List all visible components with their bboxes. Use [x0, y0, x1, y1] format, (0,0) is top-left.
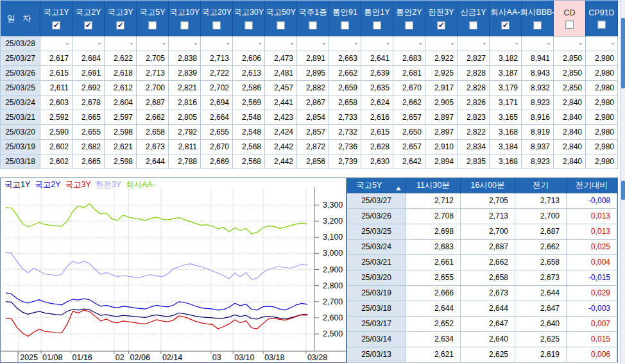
column-header-CD[interactable]: CD — [554, 1, 586, 37]
detail-column-header-1[interactable]: 국고5Y — [347, 178, 406, 194]
column-header-국고20Y[interactable]: 국고20Y — [201, 1, 233, 37]
column-header-통안1Y[interactable]: 통안1Y — [361, 1, 393, 37]
column-checkbox[interactable]: ✔ — [501, 21, 509, 29]
detail-table-row[interactable]: 25/03/172,6522,6472,6400,007 — [347, 317, 617, 332]
detail-column-header-2[interactable]: 11시30분 — [406, 178, 461, 194]
yield-value: 2,816 — [169, 95, 201, 110]
table-row[interactable]: 25/03/212,5922,6652,5972,6622,8052,6642,… — [1, 110, 618, 125]
detail-table-row[interactable]: 25/03/192,6662,6732,6440,029 — [347, 286, 617, 301]
column-header-산금1Y[interactable]: 산금1Y — [458, 1, 490, 37]
column-header-회사BBB-[interactable]: 회사BBB- — [522, 1, 554, 37]
detail-row-date: 25/03/26 — [347, 209, 406, 224]
column-checkbox[interactable] — [533, 21, 542, 29]
table-row[interactable]: 25/03/262,6152,6912,6182,7132,8392,7222,… — [1, 66, 618, 81]
yield-value: 2,839 — [169, 66, 201, 81]
detail-table-row[interactable]: 25/03/242,6832,6872,6620,025 — [347, 240, 617, 255]
yield-value: 2,682 — [73, 140, 105, 154]
yield-value: 3,168 — [490, 154, 522, 169]
column-checkbox[interactable] — [309, 21, 317, 29]
column-header-국고2Y[interactable]: 국고2Y✔ — [73, 1, 105, 37]
column-header-label: 국고5Y — [139, 7, 165, 18]
yield-value: 2,678 — [73, 95, 105, 110]
scrollbar-thumb[interactable] — [621, 18, 625, 88]
detail-column-header-5[interactable]: 전기대비 — [567, 178, 617, 194]
yield-value: 8,923 — [522, 154, 554, 169]
column-checkbox[interactable] — [373, 21, 381, 29]
yield-value: 2,663 — [329, 51, 361, 66]
yield-value: 2,586 — [233, 81, 265, 95]
sort-ascending-icon — [396, 186, 401, 190]
column-checkbox[interactable] — [405, 21, 413, 29]
column-checkbox[interactable]: ✔ — [52, 21, 60, 29]
value-prev: 2,619 — [515, 347, 567, 363]
yield-value: 2,905 — [425, 95, 458, 110]
scrollbar-thumb[interactable] — [621, 181, 625, 200]
column-checkbox[interactable] — [341, 21, 349, 29]
detail-table-row[interactable]: 25/03/212,6612,6622,6580,004 — [347, 255, 617, 270]
detail-table-row[interactable]: 25/03/202,6552,6582,673-0,015 — [347, 270, 617, 286]
value-1130: 2,634 — [406, 332, 461, 347]
detail-row-date: 25/03/21 — [347, 255, 406, 270]
detail-row-date: 25/03/19 — [347, 286, 406, 301]
column-checkbox[interactable] — [277, 21, 285, 29]
column-header-한전3Y[interactable]: 한전3Y✔ — [425, 1, 458, 37]
row-date: 25/03/21 — [1, 110, 40, 125]
column-header-국고1Y[interactable]: 국고1Y✔ — [40, 1, 73, 37]
column-checkbox[interactable] — [565, 21, 574, 29]
detail-table-row[interactable]: 25/03/132,6212,6252,6190,006 — [347, 347, 617, 363]
yield-value: 2,788 — [169, 154, 201, 169]
daily-yields-table: 일 자국고1Y✔국고2Y✔국고3Y✔국고5Y국고10Y국고20Y국고30Y국고5… — [0, 0, 618, 169]
column-header-통안2Y[interactable]: 통안2Y — [393, 1, 425, 37]
column-header-label: 통안1Y — [364, 7, 390, 18]
value-diff: 0,007 — [567, 317, 617, 332]
column-header-국고3Y[interactable]: 국고3Y✔ — [105, 1, 137, 37]
detail-table-row[interactable]: 25/03/262,7082,7132,7000,013 — [347, 209, 617, 224]
yield-value: - — [105, 37, 137, 51]
column-checkbox[interactable] — [597, 21, 606, 29]
column-header-CP91D[interactable]: CP91D — [586, 1, 618, 37]
detail-column-header-3[interactable]: 16시00분 — [461, 178, 515, 194]
table-row[interactable]: 25/03/192,6022,6822,6212,6732,8112,6702,… — [1, 140, 618, 154]
table-row[interactable]: 25/03/202,5902,6552,5982,6582,7922,6552,… — [1, 125, 618, 140]
detail-table-row[interactable]: 25/03/182,6442,6442,647-0,003 — [347, 301, 617, 317]
detail-column-header-4[interactable]: 전기 — [515, 178, 567, 194]
yield-value: 2,882 — [297, 81, 329, 95]
yield-value: 2,569 — [233, 95, 265, 110]
column-checkbox[interactable]: ✔ — [84, 21, 92, 29]
column-checkbox[interactable] — [469, 21, 477, 29]
table-row[interactable]: 25/03/28------------------ — [1, 37, 618, 51]
column-checkbox[interactable] — [244, 21, 253, 29]
yield-value: 2,850 — [554, 81, 586, 95]
column-header-국고30Y[interactable]: 국고30Y — [233, 1, 265, 37]
yield-value: 2,548 — [233, 110, 265, 125]
column-checkbox[interactable] — [148, 21, 157, 29]
yield-value: - — [361, 37, 393, 51]
yield-value: 2,635 — [361, 81, 393, 95]
table-row[interactable]: 25/03/182,6022,6652,5982,6442,7882,6692,… — [1, 154, 618, 169]
column-header-통안91[interactable]: 통안91 — [329, 1, 361, 37]
detail-table-row[interactable]: 25/03/252,6982,7002,6870,013 — [347, 224, 617, 240]
column-checkbox[interactable] — [212, 21, 221, 29]
yield-value: 2,597 — [105, 110, 137, 125]
yield-value: 2,457 — [265, 81, 297, 95]
legend-item-국고1Y: 국고1Y — [4, 180, 30, 189]
value-prev: 2,713 — [515, 194, 567, 209]
column-header-국고10Y[interactable]: 국고10Y — [169, 1, 201, 37]
detail-table-row[interactable]: 25/03/272,7122,7052,713-0,008 — [347, 194, 617, 209]
column-checkbox[interactable]: ✔ — [116, 21, 124, 29]
column-checkbox[interactable] — [180, 21, 189, 29]
vertical-scrollbar[interactable] — [620, 0, 625, 364]
column-header-국주1종[interactable]: 국주1종 — [297, 1, 329, 37]
detail-table-row[interactable]: 25/03/142,6342,6402,6250,015 — [347, 332, 617, 347]
yield-value: 2,655 — [73, 125, 105, 140]
column-checkbox[interactable]: ✔ — [437, 21, 445, 29]
table-row[interactable]: 25/03/252,6112,6922,6122,7002,8212,7022,… — [1, 81, 618, 95]
column-header-국고50Y[interactable]: 국고50Y — [265, 1, 297, 37]
yield-value: 2,838 — [169, 51, 201, 66]
yield-value: 2,606 — [233, 51, 265, 66]
table-row[interactable]: 25/03/242,6032,6782,6042,6872,8162,6942,… — [1, 95, 618, 110]
column-header-국고5Y[interactable]: 국고5Y — [137, 1, 169, 37]
table-row[interactable]: 25/03/272,6172,6842,6222,7052,8382,7132,… — [1, 51, 618, 66]
chart-axis-label: 3,000 — [323, 249, 343, 258]
column-header-회사AA-[interactable]: 회사AA-✔ — [490, 1, 522, 37]
